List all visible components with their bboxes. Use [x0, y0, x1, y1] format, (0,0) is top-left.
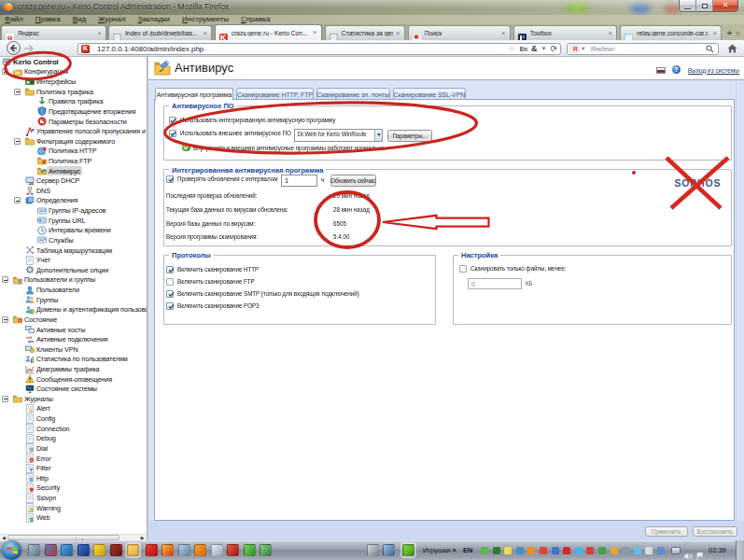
taskbar-toolbar-label[interactable]: Игрушки »: [423, 546, 456, 554]
menu-item-6[interactable]: Справка: [241, 15, 270, 23]
extension-amp-icon[interactable]: &: [531, 44, 538, 53]
sidebar-item-warning[interactable]: Warning: [0, 503, 146, 513]
sidebar-item-состояние-системы[interactable]: Состояние системы: [0, 384, 146, 394]
tab-close-icon[interactable]: ×: [396, 30, 400, 37]
external-antivirus-combo[interactable]: Dr.Web for Kerio WinRoute: [294, 129, 383, 142]
tray-icon-4[interactable]: [527, 547, 535, 554]
scan-only-checkbox[interactable]: [459, 265, 467, 273]
page-tab-3[interactable]: Сканирование SSL-VPN: [393, 88, 466, 100]
sidebar-item-активные-хосты[interactable]: Активные хосты: [0, 325, 146, 335]
page-tab-0[interactable]: Антивирусная программа: [155, 88, 233, 101]
forward-button[interactable]: [23, 44, 35, 53]
update-now-button[interactable]: Обновить сейчас: [330, 175, 376, 187]
sidebar-item-dial[interactable]: Dial: [0, 443, 146, 454]
sidebar-hscrollbar[interactable]: ◀▶: [0, 534, 147, 540]
tree-collapse-icon[interactable]: [14, 197, 21, 203]
language-indicator[interactable]: EN: [463, 546, 472, 554]
search-engine-dropdown-icon[interactable]: ▼: [581, 46, 585, 51]
sidebar-item-службы[interactable]: Службы: [0, 235, 146, 245]
sidebar-item-статистика-по-пользователям[interactable]: Статистика по пользователям: [0, 355, 146, 365]
logout-link[interactable]: Выход из системы: [688, 67, 739, 74]
tree-collapse-icon[interactable]: [2, 68, 8, 75]
home-button[interactable]: [724, 42, 740, 55]
tray-icon-13[interactable]: [634, 547, 641, 554]
app-m-blue-taskbar-icon[interactable]: [77, 544, 90, 556]
sidebar-item-sslvpn[interactable]: Sslvpn: [0, 493, 146, 503]
use-integrated-checkbox[interactable]: [169, 117, 176, 124]
restore-defaults-button[interactable]: Восстановить: [693, 526, 737, 537]
sidebar-item-filter[interactable]: Filter: [0, 463, 146, 473]
sidebar-item-дополнительные-опции[interactable]: Дополнительные опции: [0, 265, 146, 275]
page-tab-2[interactable]: Сканирование эл. почты: [316, 88, 390, 100]
menu-item-3[interactable]: Журнал: [98, 15, 125, 23]
protocol-checkbox-1[interactable]: [166, 278, 174, 286]
tray-icon-12[interactable]: [622, 547, 629, 554]
tree-collapse-icon[interactable]: [2, 276, 8, 283]
tab-close-icon[interactable]: ×: [501, 30, 506, 37]
sidebar-item-web[interactable]: Web: [0, 513, 146, 524]
sidebar-item-debug[interactable]: Debug: [0, 434, 146, 444]
tree-collapse-icon[interactable]: [14, 89, 21, 95]
sidebar-item-домены-и-аутентификация-пользователей[interactable]: Домены и аутентификация пользователей: [0, 305, 146, 315]
search-bar[interactable]: ▼ Яндекс: [567, 43, 719, 55]
volume-tray-icon[interactable]: [684, 547, 693, 560]
protocol-checkbox-2[interactable]: [166, 290, 174, 298]
url-text[interactable]: 127.0.0.1:4080/admin/index.php: [97, 45, 505, 53]
interval-input[interactable]: 1: [281, 175, 317, 187]
browser-tab-2[interactable]: crazy.gene.ru - Kerio Con...×: [215, 24, 322, 40]
yandex-search-icon[interactable]: [570, 45, 579, 53]
close-button[interactable]: ✕: [713, 0, 737, 11]
browser-tab-6[interactable]: relay.gene.concorde-car.r...×: [620, 25, 722, 40]
sidebar-item-http[interactable]: Http: [0, 473, 146, 483]
search-placeholder[interactable]: Яндекс: [590, 45, 706, 53]
help-icon[interactable]: ?: [672, 65, 681, 74]
max-size-input[interactable]: 0: [468, 278, 522, 289]
office-orange-taskbar-icon[interactable]: [194, 544, 206, 556]
back-button[interactable]: [7, 41, 21, 55]
window-blue-taskbar-icon[interactable]: [383, 544, 395, 556]
taskbar-clock[interactable]: 02:39: [709, 546, 726, 554]
menu-item-5[interactable]: Инструменты: [182, 15, 229, 23]
sidebar-item-таблица-маршрутизации[interactable]: Таблица маршрутизации: [0, 245, 146, 256]
sidebar-item-клиенты-vpn[interactable]: Клиенты VPN: [0, 344, 146, 355]
sidebar-item-правила-трафика[interactable]: Правила трафика: [0, 96, 146, 106]
tray-icon-0[interactable]: [481, 547, 488, 554]
menu-item-4[interactable]: Закладки: [137, 15, 170, 23]
tray-icon-3[interactable]: [516, 547, 524, 554]
sidebar-item-группы-ip-адресов[interactable]: Группы IP-адресов: [0, 205, 146, 216]
list-all-tabs-button[interactable]: ▽: [736, 30, 740, 36]
page-scrollbar[interactable]: [736, 80, 744, 540]
sidebar-item-состояние[interactable]: Состояние: [0, 315, 146, 325]
show-desktop-button[interactable]: [736, 540, 744, 560]
sidebar-item-учет[interactable]: Учет: [0, 255, 146, 265]
globe-green-taskbar-icon[interactable]: [260, 544, 272, 556]
tab-close-icon[interactable]: ×: [313, 29, 317, 36]
sidebar-item-управление-полосой-пропускания-и-qos[interactable]: Управление полосой пропускания и QoS: [0, 126, 146, 136]
opera-taskbar-icon[interactable]: [146, 544, 158, 556]
protocol-checkbox-3[interactable]: [166, 302, 174, 310]
protocol-checkbox-0[interactable]: [166, 266, 174, 273]
menu-item-0[interactable]: Файл: [5, 15, 23, 23]
app-blue-taskbar-icon[interactable]: [61, 544, 73, 556]
window-grey-taskbar-icon[interactable]: [367, 544, 379, 556]
sidebar-item-определения[interactable]: Определения: [0, 196, 146, 206]
sidebar-item-политика-ftp[interactable]: Политика FTP: [0, 156, 146, 166]
sidebar-item-предотвращение-вторжения[interactable]: Предотвращение вторжения: [0, 106, 146, 117]
tray-icon-7[interactable]: [563, 547, 570, 554]
tray-icon-9[interactable]: [586, 547, 594, 554]
app-darkred-taskbar-icon[interactable]: [110, 544, 122, 556]
network-tray-icon[interactable]: [671, 547, 681, 554]
minimize-button[interactable]: —: [680, 0, 696, 11]
sidebar-item-connection[interactable]: Connection: [0, 424, 146, 434]
app-green-active-taskbar-icon[interactable]: [402, 544, 414, 556]
bookmark-star-icon[interactable]: ☆: [509, 44, 516, 53]
app-red-dot-taskbar-icon[interactable]: [227, 544, 239, 556]
extension-en-icon[interactable]: En: [520, 46, 527, 52]
tray-icon-14[interactable]: [645, 547, 653, 554]
tree-collapse-icon[interactable]: [2, 316, 8, 323]
apply-button[interactable]: Применить: [645, 526, 688, 537]
sidebar-item-kerio-control[interactable]: Kerio Control: [0, 57, 146, 67]
sidebar-item-пользователи-и-группы[interactable]: Пользователи и группы: [0, 275, 146, 286]
tree-collapse-icon[interactable]: [14, 138, 21, 145]
browser-tab-0[interactable]: ЯЯндекс×: [1, 25, 106, 40]
